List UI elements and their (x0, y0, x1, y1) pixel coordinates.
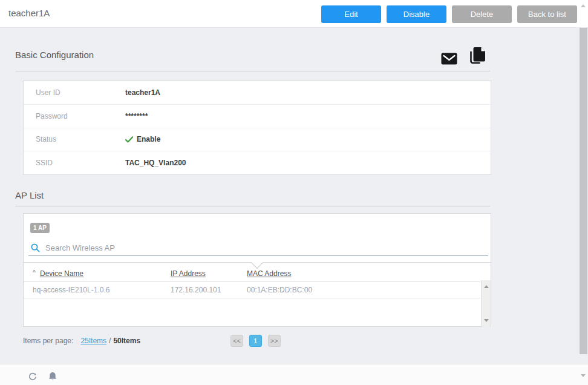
items-50-option[interactable]: 50Items (113, 337, 140, 345)
last-page-button[interactable]: >> (268, 335, 281, 347)
field-value: Enable (125, 135, 160, 143)
back-to-list-button[interactable]: Back to list (517, 5, 577, 23)
column-header-ip-address[interactable]: IP Address (171, 269, 206, 278)
top-bar: teacher1A Edit Disable Delete Back to li… (0, 0, 588, 28)
items-25-link[interactable]: 25Items (80, 337, 106, 345)
section-action-icons (441, 47, 486, 65)
disable-button[interactable]: Disable (387, 5, 446, 23)
delete-button[interactable]: Delete (452, 5, 512, 23)
table-row[interactable]: hq-access-IE210L-1.0.6 172.16.200.101 00… (24, 281, 480, 298)
mac-address-cell: 00:1A:EB:DD:BC:00 (247, 286, 312, 294)
action-buttons: Edit Disable Delete Back to list (321, 5, 577, 23)
device-name-cell: hq-access-IE210L-1.0.6 (33, 286, 109, 294)
ip-address-cell: 172.16.200.101 (171, 286, 221, 294)
field-label: SSID (24, 159, 125, 167)
refresh-icon[interactable] (28, 372, 38, 381)
column-header-device-name[interactable]: Device Name (40, 269, 83, 278)
copy-icon[interactable] (469, 47, 486, 65)
basic-configuration-title: Basic Configuration (15, 50, 94, 60)
sort-asc-icon: ^ (33, 269, 36, 276)
table-scrollbar[interactable] (481, 280, 491, 327)
column-header-mac-address[interactable]: MAC Address (247, 269, 291, 278)
user-detail-page: teacher1A Edit Disable Delete Back to li… (0, 0, 588, 385)
field-label: User ID (24, 88, 125, 97)
ap-list-title: AP List (15, 190, 44, 200)
field-value: teacher1A (125, 88, 160, 97)
page-scrollbar[interactable] (578, 0, 588, 385)
field-value: TAC_HQ_Vlan200 (125, 159, 186, 167)
mail-icon[interactable] (441, 53, 457, 65)
scroll-down-icon[interactable] (581, 374, 586, 377)
scroll-down-icon[interactable] (484, 319, 489, 322)
ap-list-panel: 1 AP ^ Device Name IP Address MAC Addres… (23, 213, 491, 327)
current-page-button[interactable]: 1 (249, 335, 262, 347)
scrollbar-thumb[interactable] (580, 28, 587, 354)
field-row-ssid: SSID TAC_HQ_Vlan200 (24, 151, 491, 174)
search-icon (28, 243, 40, 252)
search-bar (28, 240, 488, 256)
field-row-user-id: User ID teacher1A (24, 81, 491, 105)
edit-button[interactable]: Edit (321, 5, 381, 23)
basic-configuration-divider (15, 71, 490, 71)
field-label: Status (24, 135, 125, 143)
scroll-up-icon[interactable] (581, 4, 586, 7)
status-value: Enable (137, 135, 160, 143)
ap-list-divider (15, 206, 490, 206)
check-icon (125, 136, 133, 143)
ap-table-header: ^ Device Name IP Address MAC Address (24, 267, 480, 282)
page-title: teacher1A (8, 8, 50, 18)
pagination: << 1 >> (230, 335, 281, 347)
field-row-password: Password ******** (24, 105, 491, 128)
ap-count-badge: 1 AP (30, 223, 50, 233)
items-per-page: Items per page: 25Items / 50Items (23, 337, 140, 345)
items-per-page-label: Items per page: (23, 337, 73, 345)
field-label: Password (24, 112, 125, 120)
search-input[interactable] (40, 243, 289, 253)
basic-configuration-card: User ID teacher1A Password ******** Stat… (23, 81, 491, 175)
scroll-up-icon[interactable] (484, 285, 489, 288)
field-value: ******** (125, 112, 148, 120)
bell-icon[interactable] (48, 372, 57, 382)
first-page-button[interactable]: << (230, 335, 243, 347)
items-separator: / (109, 337, 111, 345)
field-row-status: Status Enable (24, 128, 491, 152)
footer-bar (0, 364, 588, 385)
